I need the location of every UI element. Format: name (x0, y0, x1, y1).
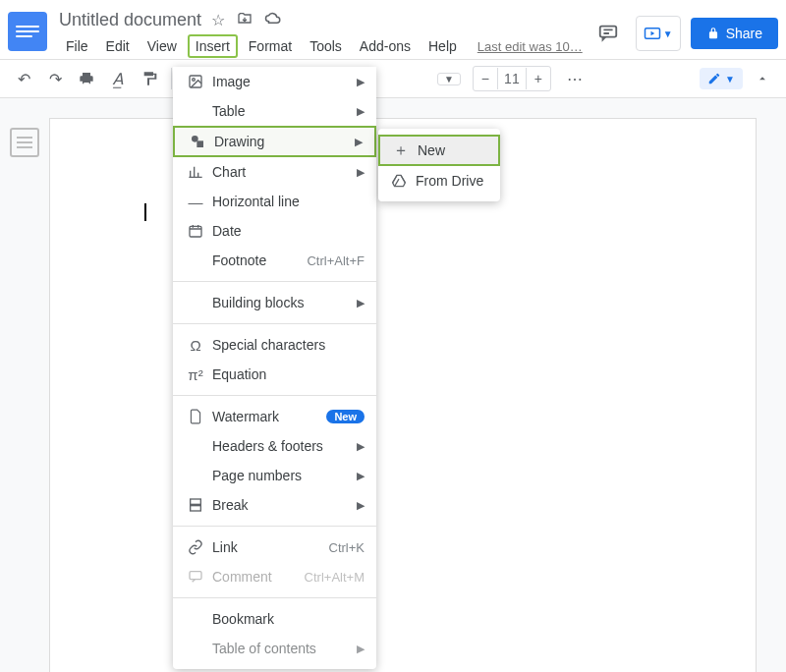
insert-watermark[interactable]: Watermark New (173, 402, 376, 431)
insert-footnote[interactable]: Footnote Ctrl+Alt+F (173, 246, 376, 275)
plus-icon: ＋ (392, 140, 410, 161)
submenu-arrow-icon: ▶ (357, 105, 365, 118)
menu-tools[interactable]: Tools (303, 34, 349, 58)
more-toolbar-button[interactable]: ⋯ (561, 65, 589, 92)
submenu-arrow-icon: ▶ (357, 440, 365, 453)
submenu-arrow-icon: ▶ (357, 166, 365, 179)
svg-rect-0 (599, 27, 616, 37)
chart-icon (185, 164, 206, 180)
omega-icon: Ω (185, 337, 206, 354)
insert-table[interactable]: Table ▶ (173, 96, 376, 126)
style-dropdown-caret[interactable]: ▼ (444, 74, 454, 84)
outline-toggle-icon[interactable] (10, 128, 39, 157)
font-size-stepper: − 11 + (473, 66, 551, 91)
insert-toc[interactable]: Table of contents ▶ (173, 634, 376, 663)
drive-icon (390, 174, 408, 188)
move-icon[interactable] (237, 11, 253, 29)
drawing-from-drive-label: From Drive (416, 173, 483, 189)
print-button[interactable] (73, 65, 100, 92)
insert-headers-footers[interactable]: Headers & footers ▶ (173, 431, 376, 461)
drawing-icon (187, 134, 208, 149)
insert-date[interactable]: Date (173, 216, 376, 246)
break-icon (185, 497, 206, 513)
cloud-status-icon[interactable] (264, 11, 282, 29)
hline-icon: ― (185, 194, 206, 210)
svg-rect-8 (191, 506, 201, 511)
comments-history-icon[interactable] (590, 16, 626, 51)
drawing-new-label: New (418, 142, 445, 158)
svg-rect-6 (190, 226, 201, 237)
collapse-toolbar-button[interactable] (749, 65, 776, 92)
pi-icon: π² (185, 366, 206, 383)
svg-point-3 (193, 79, 196, 82)
insert-comment: Comment Ctrl+Alt+M (173, 562, 376, 591)
doc-title[interactable]: Untitled document (59, 10, 201, 30)
share-label: Share (726, 26, 762, 41)
insert-link[interactable]: Link Ctrl+K (173, 532, 376, 562)
docs-logo[interactable] (8, 12, 47, 51)
text-cursor (144, 203, 146, 221)
insert-break[interactable]: Break ▶ (173, 490, 376, 520)
submenu-arrow-icon: ▶ (357, 499, 365, 512)
link-icon (185, 539, 206, 555)
last-edit-link[interactable]: Last edit was 10… (477, 39, 583, 54)
drawing-submenu: ＋ New From Drive (378, 129, 500, 201)
comment-icon (185, 569, 206, 585)
menu-insert[interactable]: Insert (188, 34, 238, 58)
svg-rect-5 (196, 140, 203, 147)
menu-file[interactable]: File (59, 34, 95, 58)
image-icon (185, 74, 206, 89)
insert-menu-dropdown: Image ▶ Table ▶ Drawing ▶ Chart ▶ ― Hori… (173, 67, 376, 669)
svg-rect-9 (190, 572, 201, 580)
header: Untitled document ☆ File Edit View Inser… (0, 0, 786, 59)
insert-page-numbers[interactable]: Page numbers ▶ (173, 461, 376, 490)
menu-format[interactable]: Format (242, 34, 299, 58)
insert-chart[interactable]: Chart ▶ (173, 157, 376, 187)
svg-rect-7 (191, 499, 201, 504)
present-button[interactable]: ▼ (636, 16, 681, 51)
share-button[interactable]: Share (691, 18, 778, 49)
menu-view[interactable]: View (140, 34, 184, 58)
submenu-arrow-icon: ▶ (357, 297, 365, 309)
toolbar: ↶ ↷ A̲ ▼ − 11 + ⋯ ▼ (0, 59, 786, 98)
submenu-arrow-icon: ▶ (355, 136, 363, 148)
paint-format-button[interactable] (136, 65, 163, 92)
font-size-decrease[interactable]: − (474, 67, 497, 90)
drawing-from-drive[interactable]: From Drive (378, 166, 500, 196)
submenu-arrow-icon: ▶ (357, 76, 365, 88)
menu-bar: File Edit View Insert Format Tools Add-o… (59, 34, 590, 58)
font-size-increase[interactable]: + (527, 67, 550, 90)
menu-help[interactable]: Help (421, 34, 464, 58)
insert-drawing[interactable]: Drawing ▶ (173, 126, 376, 157)
insert-horizontal-line[interactable]: ― Horizontal line (173, 187, 376, 216)
menu-edit[interactable]: Edit (99, 34, 137, 58)
insert-image[interactable]: Image ▶ (173, 67, 376, 96)
submenu-arrow-icon: ▶ (357, 470, 365, 482)
insert-equation[interactable]: π² Equation (173, 360, 376, 389)
insert-building-blocks[interactable]: Building blocks ▶ (173, 288, 376, 317)
star-icon[interactable]: ☆ (211, 11, 225, 29)
redo-button[interactable]: ↷ (41, 65, 69, 92)
doc-area: Untitled document ☆ File Edit View Inser… (59, 6, 590, 58)
font-size-value[interactable]: 11 (497, 68, 527, 89)
drawing-new[interactable]: ＋ New (378, 135, 500, 166)
insert-bookmark[interactable]: Bookmark (173, 604, 376, 634)
menu-addons[interactable]: Add-ons (353, 34, 418, 58)
font-size-group: ▼ (437, 73, 461, 85)
editing-mode-button[interactable]: ▼ (700, 68, 743, 89)
spellcheck-button[interactable]: A̲ (104, 65, 132, 92)
undo-button[interactable]: ↶ (10, 65, 37, 92)
insert-special-chars[interactable]: Ω Special characters (173, 330, 376, 360)
calendar-icon (185, 223, 206, 239)
submenu-arrow-icon: ▶ (357, 643, 365, 655)
new-badge: New (326, 410, 365, 423)
watermark-icon (185, 409, 206, 424)
